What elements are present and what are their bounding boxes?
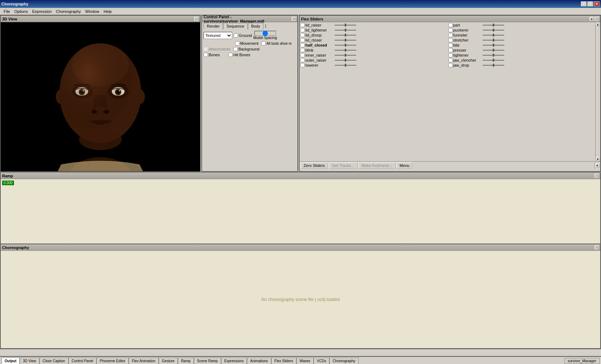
flex-track-puckerer [483, 30, 504, 30]
maximize-button[interactable]: □ [587, 1, 593, 6]
tab-render[interactable]: Render [204, 23, 223, 29]
btab-waves[interactable]: Waves [296, 358, 314, 364]
btab-gesture[interactable]: Gesture [159, 358, 178, 364]
menu-button[interactable]: Menu [396, 162, 413, 169]
attachments-checkbox-label: Attachments [204, 47, 230, 51]
menu-help[interactable]: Help [101, 9, 114, 14]
btab-animations[interactable]: Animations [247, 358, 271, 364]
control-panel-collapse-button[interactable]: □ [292, 17, 296, 21]
flex-check-blink[interactable] [300, 48, 305, 52]
control-panel: Control Panel - survivors/survivor_Manag… [201, 15, 298, 172]
bones-checkbox[interactable] [204, 53, 208, 57]
3d-view-header: 3D View □ [1, 16, 200, 22]
btab-control-panel[interactable]: Control Panel [68, 358, 97, 364]
hit-boxes-checkbox[interactable] [228, 53, 233, 57]
flex-check-presser[interactable] [448, 48, 453, 52]
flex-track-lowerer [335, 65, 356, 66]
btab-close-caption[interactable]: Close Caption [39, 358, 68, 364]
app-title: Choreography [1, 2, 28, 6]
menu-expression[interactable]: Expression [30, 9, 54, 14]
flex-track-stretcher [483, 40, 504, 40]
background-checkbox-label: Background [233, 47, 259, 51]
tab-body[interactable]: Body [248, 23, 263, 29]
btab-ramp[interactable]: Ramp [178, 358, 194, 364]
flex-check-lid-tightener[interactable] [300, 28, 305, 32]
flex-scroll-down[interactable]: ▼ [596, 157, 600, 161]
flex-check-bite[interactable] [448, 43, 453, 47]
tab-separator: | [264, 23, 268, 29]
all-tools-checkbox-label: All tools drive m [261, 41, 292, 46]
flex-label-lid-raiser: lid_raiser [305, 23, 334, 27]
flex-item-lid-droop: lid_droop [300, 33, 447, 37]
minimize-button[interactable]: − [581, 1, 587, 6]
flex-check-stretcher[interactable] [448, 38, 453, 42]
movement-checkbox[interactable] [235, 41, 239, 46]
flex-bottom-scroll[interactable]: ▼ [595, 163, 600, 168]
flex-track-jaw-drop [483, 65, 504, 66]
btab-phoneme-editor[interactable]: Phoneme Editor [96, 358, 129, 364]
flex-track-lid-tightener [335, 30, 356, 30]
close-button[interactable]: ✕ [594, 1, 600, 6]
flex-label-part: part [453, 23, 482, 27]
textured-dropdown[interactable]: Textured Wireframe Flat Shaded [204, 32, 232, 39]
flex-label-inner-raiser: inner_raiser [305, 53, 334, 57]
menu-file[interactable]: File [1, 9, 12, 14]
bottom-tabs: Output 3D View Close Caption Control Pan… [0, 356, 601, 364]
3d-view-panel: 3D View □ [0, 15, 201, 172]
flex-track-inner-raiser [335, 55, 356, 56]
choreography-header: Choreography □ [1, 244, 600, 251]
ramp-content: 0.000 [1, 179, 600, 244]
model-spacing-slider[interactable] [254, 31, 276, 36]
flex-check-outer-raiser[interactable] [300, 58, 305, 62]
flex-check-inner-raiser[interactable] [300, 53, 305, 57]
flex-track-outer-raiser [335, 60, 356, 61]
btab-vcds[interactable]: VCDs [314, 358, 329, 364]
flex-check-half-closed[interactable] [300, 43, 305, 47]
ramp-collapse-button[interactable]: □ [595, 174, 599, 178]
btab-output[interactable]: Output [1, 358, 20, 364]
zero-sliders-button[interactable]: Zero Sliders [300, 162, 328, 169]
flex-check-puckerer[interactable] [448, 28, 453, 32]
flex-item-lid-tightener: lid_tightener [300, 28, 447, 32]
flex-check-jaw-drop[interactable] [448, 63, 453, 67]
make-keyframe-button[interactable]: Make Keyframe... [358, 162, 396, 169]
flex-check-lowerer[interactable] [300, 63, 305, 67]
tab-sequence[interactable]: Sequence [223, 23, 248, 29]
flex-scroll-up[interactable]: ▲ [596, 22, 600, 27]
menu-options[interactable]: Options [12, 9, 30, 14]
flex-check-lid-closer[interactable] [300, 38, 305, 42]
btab-3d-view[interactable]: 3D View [20, 358, 39, 364]
btab-expressions[interactable]: Expressions [221, 358, 247, 364]
menu-window[interactable]: Window [83, 9, 101, 14]
flex-check-lid-droop[interactable] [300, 33, 305, 37]
btab-flex-animation[interactable]: Flex Animation [129, 358, 159, 364]
all-tools-checkbox[interactable] [261, 41, 266, 46]
3d-view-collapse-button[interactable]: □ [194, 17, 199, 21]
menu-choreography[interactable]: Choreography [54, 9, 83, 14]
flex-check-tightener[interactable] [448, 53, 453, 57]
flex-check-part[interactable] [448, 23, 453, 27]
status-bar [0, 349, 601, 356]
background-checkbox[interactable] [233, 47, 238, 51]
bones-checkbox-label: Bones [204, 53, 220, 57]
flex-label-presser: presser [453, 48, 482, 52]
flex-check-lid-raiser[interactable] [300, 23, 305, 27]
flex-item-bite: bite [448, 43, 595, 47]
flex-sliders-body: lid_raiser lid_tightener lid_droop [300, 22, 600, 161]
get-tracks-button[interactable]: Get Tracks... [329, 162, 357, 169]
btab-scene-ramp[interactable]: Scene Ramp [194, 358, 221, 364]
ground-checkbox[interactable] [234, 33, 238, 38]
btab-choreography[interactable]: Choreography [329, 358, 358, 364]
flex-item-tightener: tightener [448, 53, 595, 57]
top-row: 3D View □ [0, 15, 601, 173]
flex-right-column: part puckerer funneler [448, 22, 596, 161]
btab-flex-sliders[interactable]: Flex Sliders [271, 358, 296, 364]
flex-scroll-up-btn[interactable]: ▲ [590, 17, 594, 21]
flex-check-jaw-clencher[interactable] [448, 58, 453, 62]
flex-label-lid-closer: lid_closer [305, 38, 334, 42]
flex-sliders-collapse-button[interactable]: □ [595, 17, 599, 21]
flex-label-lowerer: lowerer [305, 63, 334, 67]
flex-track-lid-droop [335, 35, 356, 35]
flex-check-funneler[interactable] [448, 33, 453, 37]
choreography-collapse-button[interactable]: □ [595, 245, 599, 250]
